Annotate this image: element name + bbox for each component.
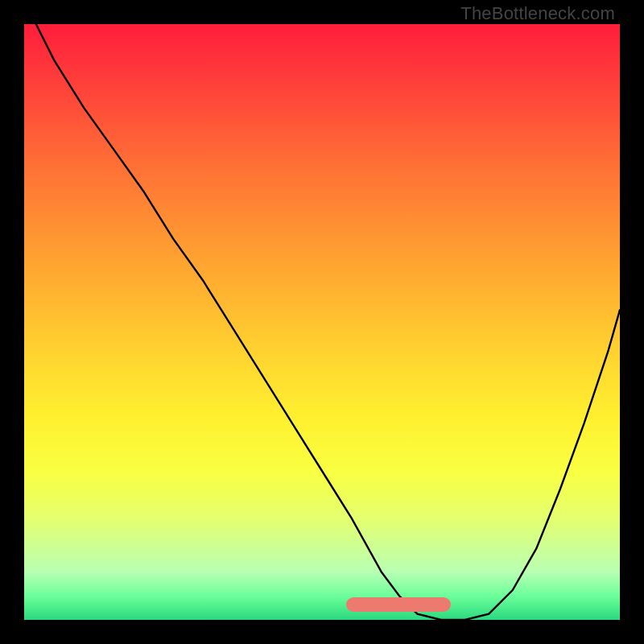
curve-path bbox=[36, 24, 620, 620]
bottleneck-curve bbox=[0, 0, 644, 644]
optimal-range-marker bbox=[346, 597, 451, 612]
chart-frame: TheBottleneck.com bbox=[0, 0, 644, 644]
